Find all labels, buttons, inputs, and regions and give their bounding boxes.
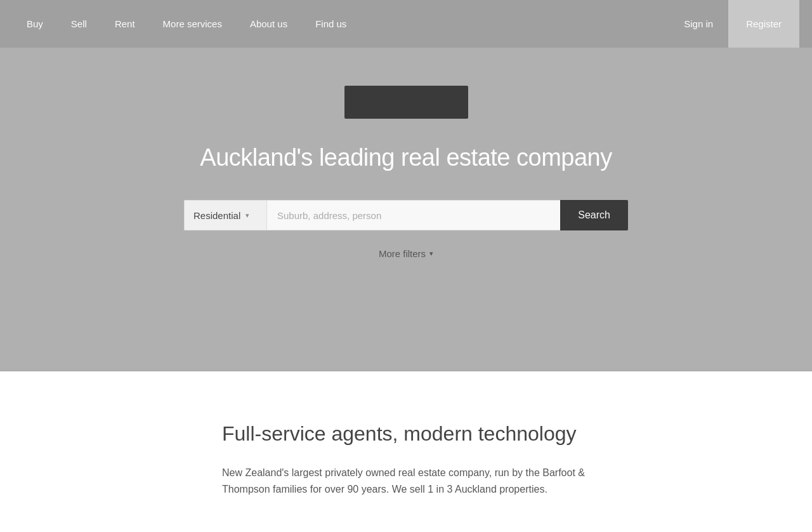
register-button[interactable]: Register [728, 0, 799, 48]
nav-link-buy[interactable]: Buy [13, 0, 57, 48]
hero-title: Auckland's leading real estate company [200, 144, 612, 171]
nav-link-find-us[interactable]: Find us [301, 0, 360, 48]
dropdown-label: Residential [193, 210, 240, 221]
more-filters-button[interactable]: More filters ▾ [379, 248, 433, 259]
content-title: Full-service agents, modern technology [222, 422, 590, 446]
more-filters-label: More filters [379, 248, 426, 259]
nav-link-about-us[interactable]: About us [236, 0, 301, 48]
nav-link-sell[interactable]: Sell [57, 0, 101, 48]
search-input[interactable] [266, 200, 560, 230]
search-button[interactable]: Search [560, 200, 628, 230]
navbar: Buy Sell Rent More services About us Fin… [0, 0, 812, 48]
nav-right: Sign in Register [669, 0, 799, 48]
property-type-dropdown[interactable]: Residential ▾ [184, 200, 266, 230]
hero-section: Auckland's leading real estate company R… [0, 48, 812, 371]
nav-links: Buy Sell Rent More services About us Fin… [13, 0, 669, 48]
sign-in-link[interactable]: Sign in [669, 0, 728, 48]
more-filters-chevron-icon: ▾ [429, 249, 433, 258]
content-inner: Full-service agents, modern technology N… [222, 422, 590, 497]
nav-link-rent[interactable]: Rent [101, 0, 149, 48]
content-text: New Zealand's largest privately owned re… [222, 465, 590, 497]
logo [344, 86, 468, 119]
content-section: Full-service agents, modern technology N… [0, 371, 812, 532]
search-bar: Residential ▾ Search [184, 200, 628, 230]
nav-link-more-services[interactable]: More services [149, 0, 236, 48]
dropdown-chevron-icon: ▾ [246, 211, 249, 220]
